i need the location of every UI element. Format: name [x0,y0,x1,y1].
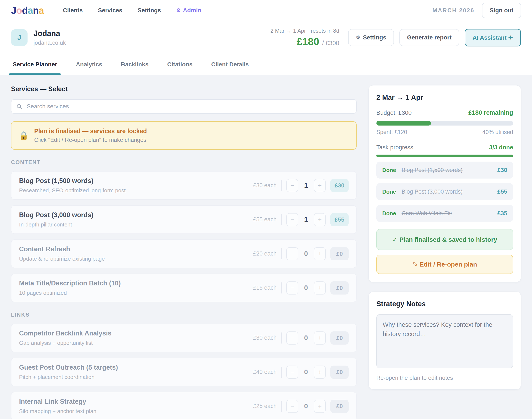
task-name: Blog Post (1,500 words) [402,167,497,173]
spent-label: Spent: £120 [376,129,407,135]
plan-finalised-banner: ✓ Plan finalised & saved to history [376,229,513,250]
client-settings-label: Settings [363,34,386,41]
unit-price-label: £30 each [253,335,277,341]
task-row: Done Blog Post (3,000 words) £55 [376,183,513,200]
logo-letter: a [39,5,44,16]
quantity-increase-button[interactable]: + [314,213,326,226]
quantity-decrease-button[interactable]: − [286,247,298,260]
nav-item-admin[interactable]: ⚙ Admin [176,7,201,14]
logo-letter: a [28,5,33,16]
line-total-badge: £0 [330,331,349,345]
plan-locked-banner: 🔒 Plan is finalised — services are locke… [11,121,357,150]
line-total-badge: £30 [330,179,349,192]
service-title: Blog Post (1,500 words) [19,177,126,185]
task-price: £35 [497,210,507,217]
quantity-increase-button[interactable]: + [314,247,326,260]
budget-label: Budget: £300 [376,109,412,116]
task-status-badge: Done [382,188,396,195]
logo-letter: n [33,5,38,16]
service-title: Competitor Backlink Analysis [19,329,111,337]
quantity-value: 0 [303,250,309,258]
service-description: Researched, SEO-optimized long-form post [19,187,126,194]
tab-backlinks[interactable]: Backlinks [119,55,150,75]
service-description: Silo mapping + anchor text plan [19,408,96,415]
search-icon [16,103,23,110]
remaining-budget-amount: £180 [297,36,319,47]
quantity-value: 0 [303,402,309,410]
quantity-value: 0 [303,368,309,376]
line-total-badge: £55 [330,213,349,226]
generate-report-button[interactable]: Generate report [399,29,459,46]
service-row: Guest Post Outreach (5 targets) Pitch + … [11,358,357,386]
unit-price-label: £40 each [253,369,277,375]
group-label-content: CONTENT [11,159,357,166]
tab-client-details[interactable]: Client Details [210,55,250,75]
service-row: Internal Link Strategy Silo mapping + an… [11,392,357,419]
logo-letter: d [22,5,28,16]
top-navigation: Jodana Clients Services Settings ⚙ Admin… [0,0,532,21]
quantity-decrease-button[interactable]: − [286,400,298,413]
client-settings-button[interactable]: ⚙ Settings [348,29,394,46]
service-row: Content Refresh Update & re-optimize exi… [11,239,357,268]
quantity-decrease-button[interactable]: − [286,213,298,226]
unit-price-label: £25 each [253,403,277,409]
utilised-label: 40% utilised [482,129,513,135]
nav-item-clients[interactable]: Clients [63,7,83,14]
app-logo[interactable]: Jodana [11,5,44,16]
service-description: In-depth pillar content [19,221,93,228]
quantity-value: 0 [303,334,309,342]
service-title: Meta Title/Description Batch (10) [19,279,121,287]
service-title: Content Refresh [19,245,105,253]
quantity-decrease-button[interactable]: − [286,331,298,345]
quantity-decrease-button[interactable]: − [286,179,298,192]
client-header: J Jodana jodana.co.uk 2 Mar → 1 Apr · re… [0,21,532,55]
tab-service-planner[interactable]: Service Planner [11,55,59,75]
line-total-badge: £0 [330,247,349,260]
tab-bar: Service Planner Analytics Backlinks Cita… [0,55,532,75]
quantity-decrease-button[interactable]: − [286,281,298,295]
strategy-notes-card: Strategy Notes Re-open the plan to edit … [369,292,521,390]
client-avatar: J [11,29,27,46]
line-total-badge: £0 [330,400,349,413]
budget-remaining-label: £180 remaining [469,109,513,116]
task-progress-count: 3/3 done [489,144,513,151]
logo-letter: J [11,5,16,16]
task-progress-bar [376,155,513,157]
nav-item-services[interactable]: Services [98,7,122,14]
tab-analytics[interactable]: Analytics [74,55,104,75]
budget-progress-fill [376,121,431,126]
task-progress-label: Task progress [376,144,413,151]
sign-out-button[interactable]: Sign out [482,3,521,18]
nav-admin-label: Admin [183,7,201,14]
strategy-notes-textarea[interactable] [376,314,513,368]
search-services-input[interactable] [11,99,357,114]
service-row: Competitor Backlink Analysis Gap analysi… [11,324,357,352]
nav-item-settings[interactable]: Settings [138,7,161,14]
task-status-badge: Done [382,210,396,217]
service-title: Blog Post (3,000 words) [19,211,93,219]
task-price: £30 [497,167,507,173]
total-budget-amount: / £300 [322,40,339,46]
service-row: Blog Post (1,500 words) Researched, SEO-… [11,171,357,200]
quantity-increase-button[interactable]: + [314,331,326,345]
quantity-increase-button[interactable]: + [314,366,326,379]
period-title: 2 Mar → 1 Apr [376,93,513,102]
gear-icon: ⚙ [356,35,360,40]
quantity-increase-button[interactable]: + [314,400,326,413]
lock-icon: 🔒 [19,131,29,140]
client-domain: jodana.co.uk [34,40,66,46]
logo-letter: o [16,5,22,16]
line-total-badge: £0 [330,281,349,295]
quantity-decrease-button[interactable]: − [286,366,298,379]
quantity-value: 0 [303,284,309,292]
service-search [11,99,357,114]
task-row: Done Core Web Vitals Fix £35 [376,205,513,222]
tab-citations[interactable]: Citations [165,55,194,75]
quantity-increase-button[interactable]: + [314,281,326,295]
quantity-increase-button[interactable]: + [314,179,326,192]
task-row: Done Blog Post (1,500 words) £30 [376,162,513,179]
lock-banner-subtitle: Click "Edit / Re-open plan" to make chan… [34,137,147,143]
ai-assistant-button[interactable]: AI Assistant ✦ [465,29,521,46]
edit-reopen-plan-button[interactable]: ✎ Edit / Re-open plan [376,255,513,274]
task-name: Blog Post (3,000 words) [402,188,497,195]
